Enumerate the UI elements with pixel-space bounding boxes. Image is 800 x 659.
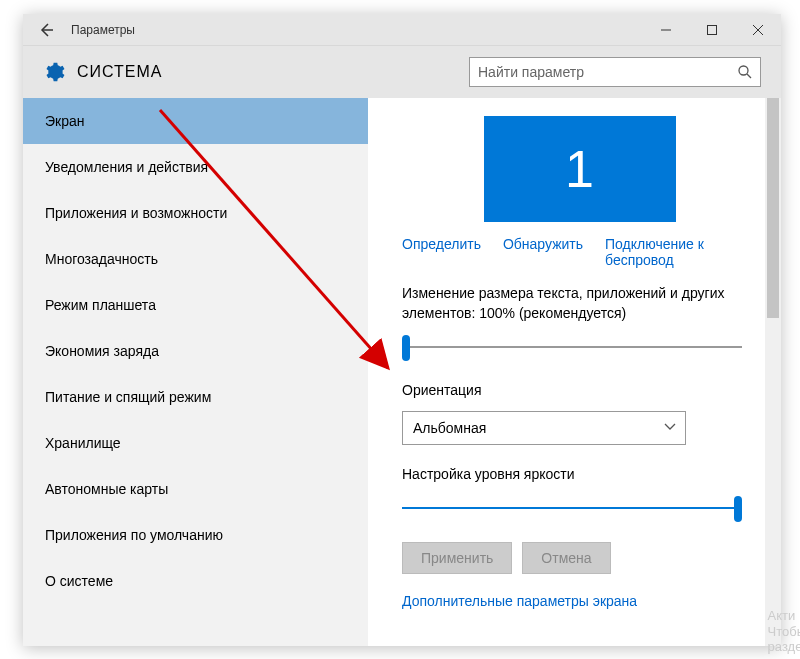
svg-rect-1 xyxy=(708,25,717,34)
sidebar-item-label: Питание и спящий режим xyxy=(45,389,211,405)
settings-window: Параметры СИСТЕМА Экран Уведомления и де… xyxy=(23,14,781,646)
brightness-slider[interactable] xyxy=(402,494,742,522)
content-scrollbar[interactable] xyxy=(765,98,781,646)
wireless-link[interactable]: Подключение к беспровод xyxy=(605,236,757,268)
slider-fill xyxy=(402,507,742,509)
brightness-label: Настройка уровня яркости xyxy=(402,465,757,485)
identify-link[interactable]: Определить xyxy=(402,236,481,268)
sidebar-item-multitasking[interactable]: Многозадачность xyxy=(23,236,368,282)
sidebar-item-label: Приложения и возможности xyxy=(45,205,227,221)
button-label: Отмена xyxy=(541,550,591,566)
search-input[interactable] xyxy=(469,57,761,87)
sidebar-item-label: Уведомления и действия xyxy=(45,159,208,175)
sidebar-item-power[interactable]: Питание и спящий режим xyxy=(23,374,368,420)
gear-icon xyxy=(43,61,65,83)
sidebar-item-default-apps[interactable]: Приложения по умолчанию xyxy=(23,512,368,558)
apply-button[interactable]: Применить xyxy=(402,542,512,574)
arrow-left-icon xyxy=(37,21,55,39)
apply-cancel-row: Применить Отмена xyxy=(402,542,757,574)
window-controls xyxy=(643,14,781,46)
maximize-button[interactable] xyxy=(689,14,735,46)
close-icon xyxy=(752,24,764,36)
sidebar-item-maps[interactable]: Автономные карты xyxy=(23,466,368,512)
scrollbar-thumb[interactable] xyxy=(767,98,779,318)
content-panel: 1 Определить Обнаружить Подключение к бе… xyxy=(368,98,781,646)
slider-thumb[interactable] xyxy=(734,496,742,522)
maximize-icon xyxy=(706,24,718,36)
sidebar-item-tablet[interactable]: Режим планшета xyxy=(23,282,368,328)
orientation-select[interactable]: Альбомная xyxy=(402,411,686,445)
sidebar-item-label: О системе xyxy=(45,573,113,589)
sidebar-item-apps[interactable]: Приложения и возможности xyxy=(23,190,368,236)
sidebar-item-storage[interactable]: Хранилище xyxy=(23,420,368,466)
monitor-row: 1 xyxy=(402,116,757,236)
orientation-select-wrap: Альбомная xyxy=(402,411,686,445)
close-button[interactable] xyxy=(735,14,781,46)
minimize-button[interactable] xyxy=(643,14,689,46)
search-field-wrap xyxy=(469,57,761,87)
monitor-tile[interactable]: 1 xyxy=(484,116,676,222)
sidebar-item-display[interactable]: Экран xyxy=(23,98,368,144)
minimize-icon xyxy=(660,24,672,36)
sidebar-item-notifications[interactable]: Уведомления и действия xyxy=(23,144,368,190)
orientation-value: Альбомная xyxy=(413,420,486,436)
header: СИСТЕМА xyxy=(23,46,781,98)
advanced-display-link[interactable]: Дополнительные параметры экрана xyxy=(402,593,637,609)
sidebar-item-battery[interactable]: Экономия заряда xyxy=(23,328,368,374)
scale-label: Изменение размера текста, приложений и д… xyxy=(402,284,757,323)
display-links: Определить Обнаружить Подключение к бесп… xyxy=(402,236,757,268)
cancel-button[interactable]: Отмена xyxy=(522,542,610,574)
titlebar: Параметры xyxy=(23,14,781,46)
back-button[interactable] xyxy=(23,14,69,46)
sidebar-item-label: Режим планшета xyxy=(45,297,156,313)
window-title: Параметры xyxy=(71,23,135,37)
slider-track-bar xyxy=(402,346,742,348)
section-title: СИСТЕМА xyxy=(77,63,163,81)
sidebar-item-about[interactable]: О системе xyxy=(23,558,368,604)
orientation-label: Ориентация xyxy=(402,381,757,401)
button-label: Применить xyxy=(421,550,493,566)
sidebar-item-label: Хранилище xyxy=(45,435,121,451)
sidebar-item-label: Экран xyxy=(45,113,85,129)
sidebar-item-label: Автономные карты xyxy=(45,481,168,497)
sidebar-item-label: Многозадачность xyxy=(45,251,158,267)
scale-slider[interactable] xyxy=(402,333,742,361)
detect-link[interactable]: Обнаружить xyxy=(503,236,583,268)
slider-thumb[interactable] xyxy=(402,335,410,361)
body: Экран Уведомления и действия Приложения … xyxy=(23,98,781,646)
sidebar-item-label: Приложения по умолчанию xyxy=(45,527,223,543)
monitor-id: 1 xyxy=(565,139,594,199)
sidebar-item-label: Экономия заряда xyxy=(45,343,159,359)
sidebar: Экран Уведомления и действия Приложения … xyxy=(23,98,368,646)
